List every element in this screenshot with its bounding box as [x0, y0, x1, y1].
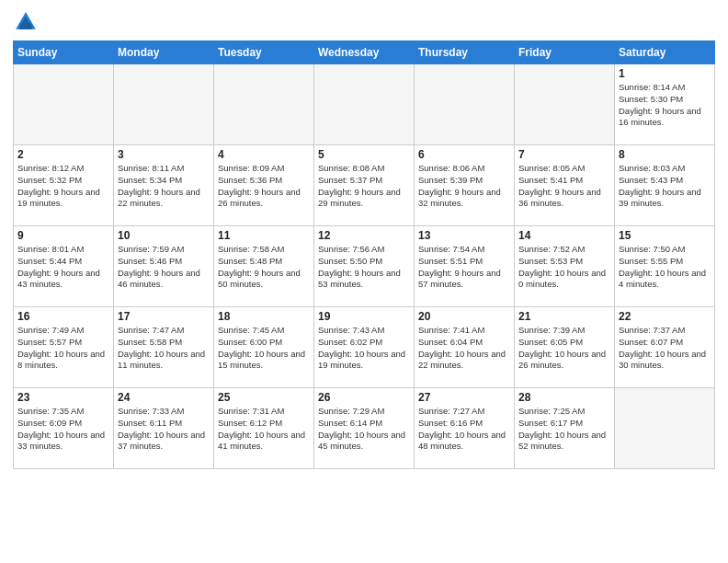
day-number: 21: [518, 310, 610, 323]
day-number: 2: [17, 148, 109, 161]
calendar-day-cell: 5Sunrise: 8:08 AM Sunset: 5:37 PM Daylig…: [314, 145, 415, 226]
day-number: 16: [17, 310, 109, 323]
day-info: Sunrise: 7:25 AM Sunset: 6:17 PM Dayligh…: [518, 406, 610, 453]
calendar-day-cell: [415, 64, 515, 145]
calendar-day-cell: 18Sunrise: 7:45 AM Sunset: 6:00 PM Dayli…: [214, 307, 314, 388]
calendar-day-cell: 22Sunrise: 7:37 AM Sunset: 6:07 PM Dayli…: [615, 307, 715, 388]
day-info: Sunrise: 7:50 AM Sunset: 5:55 PM Dayligh…: [619, 244, 711, 291]
calendar-day-cell: 1Sunrise: 8:14 AM Sunset: 5:30 PM Daylig…: [615, 64, 715, 145]
calendar-week-row: 9Sunrise: 8:01 AM Sunset: 5:44 PM Daylig…: [14, 226, 715, 307]
calendar-table: SundayMondayTuesdayWednesdayThursdayFrid…: [13, 40, 715, 469]
day-info: Sunrise: 8:03 AM Sunset: 5:43 PM Dayligh…: [619, 163, 711, 210]
day-info: Sunrise: 8:08 AM Sunset: 5:37 PM Dayligh…: [318, 163, 410, 210]
day-info: Sunrise: 7:31 AM Sunset: 6:12 PM Dayligh…: [218, 406, 310, 453]
day-info: Sunrise: 7:39 AM Sunset: 6:05 PM Dayligh…: [518, 325, 610, 372]
calendar-day-cell: 8Sunrise: 8:03 AM Sunset: 5:43 PM Daylig…: [615, 145, 715, 226]
header: [13, 9, 715, 35]
day-number: 28: [518, 391, 610, 404]
day-number: 15: [619, 229, 711, 242]
day-info: Sunrise: 8:09 AM Sunset: 5:36 PM Dayligh…: [218, 163, 310, 210]
calendar-day-cell: [615, 388, 715, 469]
day-info: Sunrise: 7:41 AM Sunset: 6:04 PM Dayligh…: [418, 325, 510, 372]
calendar-day-cell: 24Sunrise: 7:33 AM Sunset: 6:11 PM Dayli…: [114, 388, 214, 469]
calendar-day-cell: 21Sunrise: 7:39 AM Sunset: 6:05 PM Dayli…: [515, 307, 615, 388]
calendar-header: SundayMondayTuesdayWednesdayThursdayFrid…: [14, 41, 715, 64]
weekday-header: Friday: [515, 41, 615, 64]
day-info: Sunrise: 7:27 AM Sunset: 6:16 PM Dayligh…: [418, 406, 510, 453]
day-info: Sunrise: 8:06 AM Sunset: 5:39 PM Dayligh…: [418, 163, 510, 210]
calendar-day-cell: 3Sunrise: 8:11 AM Sunset: 5:34 PM Daylig…: [114, 145, 214, 226]
day-info: Sunrise: 7:56 AM Sunset: 5:50 PM Dayligh…: [318, 244, 410, 291]
day-number: 10: [118, 229, 210, 242]
day-info: Sunrise: 8:01 AM Sunset: 5:44 PM Dayligh…: [17, 244, 109, 291]
day-number: 9: [17, 229, 109, 242]
day-number: 8: [619, 148, 711, 161]
calendar-day-cell: [515, 64, 615, 145]
day-info: Sunrise: 8:12 AM Sunset: 5:32 PM Dayligh…: [17, 163, 109, 210]
day-info: Sunrise: 7:49 AM Sunset: 5:57 PM Dayligh…: [17, 325, 109, 372]
day-number: 1: [619, 67, 711, 80]
calendar-day-cell: 15Sunrise: 7:50 AM Sunset: 5:55 PM Dayli…: [615, 226, 715, 307]
day-number: 6: [418, 148, 510, 161]
logo-icon: [13, 9, 39, 35]
calendar-day-cell: 19Sunrise: 7:43 AM Sunset: 6:02 PM Dayli…: [314, 307, 415, 388]
calendar-day-cell: 26Sunrise: 7:29 AM Sunset: 6:14 PM Dayli…: [314, 388, 415, 469]
calendar-week-row: 23Sunrise: 7:35 AM Sunset: 6:09 PM Dayli…: [14, 388, 715, 469]
day-number: 14: [518, 229, 610, 242]
weekday-header: Thursday: [415, 41, 515, 64]
calendar-day-cell: 25Sunrise: 7:31 AM Sunset: 6:12 PM Dayli…: [214, 388, 314, 469]
day-number: 7: [518, 148, 610, 161]
calendar-week-row: 1Sunrise: 8:14 AM Sunset: 5:30 PM Daylig…: [14, 64, 715, 145]
day-info: Sunrise: 8:11 AM Sunset: 5:34 PM Dayligh…: [118, 163, 210, 210]
weekday-header: Sunday: [14, 41, 114, 64]
day-number: 12: [318, 229, 410, 242]
calendar-day-cell: 13Sunrise: 7:54 AM Sunset: 5:51 PM Dayli…: [415, 226, 515, 307]
calendar-day-cell: 20Sunrise: 7:41 AM Sunset: 6:04 PM Dayli…: [415, 307, 515, 388]
day-info: Sunrise: 7:43 AM Sunset: 6:02 PM Dayligh…: [318, 325, 410, 372]
day-number: 23: [17, 391, 109, 404]
day-number: 4: [218, 148, 310, 161]
day-info: Sunrise: 7:35 AM Sunset: 6:09 PM Dayligh…: [17, 406, 109, 453]
calendar-day-cell: 11Sunrise: 7:58 AM Sunset: 5:48 PM Dayli…: [214, 226, 314, 307]
page: SundayMondayTuesdayWednesdayThursdayFrid…: [0, 0, 728, 563]
day-number: 19: [318, 310, 410, 323]
weekday-header: Saturday: [615, 41, 715, 64]
calendar-day-cell: 10Sunrise: 7:59 AM Sunset: 5:46 PM Dayli…: [114, 226, 214, 307]
day-number: 5: [318, 148, 410, 161]
calendar-day-cell: [14, 64, 114, 145]
day-number: 18: [218, 310, 310, 323]
weekday-row: SundayMondayTuesdayWednesdayThursdayFrid…: [14, 41, 715, 64]
svg-rect-2: [20, 24, 31, 29]
calendar-day-cell: [214, 64, 314, 145]
calendar-body: 1Sunrise: 8:14 AM Sunset: 5:30 PM Daylig…: [14, 64, 715, 469]
weekday-header: Monday: [114, 41, 214, 64]
calendar-day-cell: [114, 64, 214, 145]
calendar-day-cell: 27Sunrise: 7:27 AM Sunset: 6:16 PM Dayli…: [415, 388, 515, 469]
day-info: Sunrise: 8:05 AM Sunset: 5:41 PM Dayligh…: [518, 163, 610, 210]
day-info: Sunrise: 7:52 AM Sunset: 5:53 PM Dayligh…: [518, 244, 610, 291]
calendar-day-cell: 2Sunrise: 8:12 AM Sunset: 5:32 PM Daylig…: [14, 145, 114, 226]
day-info: Sunrise: 7:59 AM Sunset: 5:46 PM Dayligh…: [118, 244, 210, 291]
day-info: Sunrise: 7:47 AM Sunset: 5:58 PM Dayligh…: [118, 325, 210, 372]
day-info: Sunrise: 7:45 AM Sunset: 6:00 PM Dayligh…: [218, 325, 310, 372]
day-number: 24: [118, 391, 210, 404]
calendar-day-cell: 28Sunrise: 7:25 AM Sunset: 6:17 PM Dayli…: [515, 388, 615, 469]
day-number: 11: [218, 229, 310, 242]
logo: [13, 9, 42, 35]
day-number: 20: [418, 310, 510, 323]
calendar-day-cell: 9Sunrise: 8:01 AM Sunset: 5:44 PM Daylig…: [14, 226, 114, 307]
day-info: Sunrise: 7:29 AM Sunset: 6:14 PM Dayligh…: [318, 406, 410, 453]
calendar-day-cell: 6Sunrise: 8:06 AM Sunset: 5:39 PM Daylig…: [415, 145, 515, 226]
day-number: 3: [118, 148, 210, 161]
calendar-week-row: 16Sunrise: 7:49 AM Sunset: 5:57 PM Dayli…: [14, 307, 715, 388]
day-number: 13: [418, 229, 510, 242]
day-number: 17: [118, 310, 210, 323]
day-info: Sunrise: 7:37 AM Sunset: 6:07 PM Dayligh…: [619, 325, 711, 372]
day-number: 26: [318, 391, 410, 404]
calendar-day-cell: 17Sunrise: 7:47 AM Sunset: 5:58 PM Dayli…: [114, 307, 214, 388]
calendar-week-row: 2Sunrise: 8:12 AM Sunset: 5:32 PM Daylig…: [14, 145, 715, 226]
day-info: Sunrise: 8:14 AM Sunset: 5:30 PM Dayligh…: [619, 82, 711, 129]
calendar-day-cell: 7Sunrise: 8:05 AM Sunset: 5:41 PM Daylig…: [515, 145, 615, 226]
calendar-day-cell: [314, 64, 415, 145]
calendar-day-cell: 16Sunrise: 7:49 AM Sunset: 5:57 PM Dayli…: [14, 307, 114, 388]
